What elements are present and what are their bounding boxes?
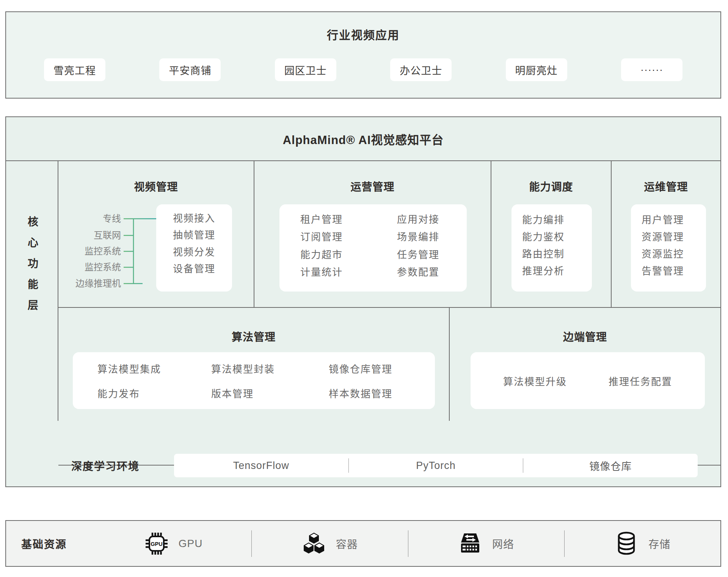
function-item: 版本管理 [211,386,254,400]
om-functions-card: 用户管理 资源管理 资源监控 告警管理 [631,204,706,292]
resource-label: GPU [179,538,203,550]
architecture-diagram: 行业视频应用 雪亮工程 平安商铺 园区卫士 办公卫士 明厨亮灶 ······ A… [0,0,728,577]
function-item: 推理任务配置 [609,374,672,388]
section-edge-management: 边端管理 算法模型升级 推理任务配置 [449,308,720,421]
section-operations-management: 运营管理 租户管理 应用对接 订阅管理 场景编排 能力超市 任务管理 计量统计 … [254,161,491,307]
resource-label: 存储 [648,536,670,551]
function-item: 能力发布 [97,386,140,400]
function-item: 租户管理 [300,212,343,226]
base-resources-panel: 基础资源 GPU GPU [5,520,721,567]
core-content: 视频管理 [58,161,720,421]
section-title: 算法管理 [58,329,449,344]
dl-env-item: 镜像仓库 [523,458,698,473]
industry-app-card: 平安商铺 [159,58,221,81]
function-item: 用户管理 [642,212,706,226]
function-item: 参数配置 [397,264,439,278]
resource-label: 容器 [336,536,358,551]
platform-title: AlphaMind® AI视觉感知平台 [6,117,720,160]
industry-app-card-more: ······ [621,58,682,81]
function-item: 算法模型封装 [211,361,275,375]
algorithm-functions-card: 算法模型集成 算法模型封装 镜像仓库管理 能力发布 版本管理 样本数据管理 [73,352,435,409]
container-cubes-icon [302,532,326,556]
core-layer-label: 核心功能层 [24,216,39,320]
dl-env-item: TensorFlow [174,460,348,472]
function-item: 应用对接 [397,212,439,226]
deep-learning-env-bar: TensorFlow PyTorch 镜像仓库 [174,454,698,477]
function-item: 告警管理 [642,263,706,277]
function-item: 设备管理 [173,261,215,275]
industry-app-card: 园区卫士 [275,58,336,81]
function-item: 能力超市 [300,247,343,261]
industry-app-card: 办公卫士 [390,58,452,81]
deep-learning-env-band: 深度学习环境 TensorFlow PyTorch 镜像仓库 [58,465,720,466]
core-row-1: 视频管理 [58,161,720,308]
video-source-label: 监控系统 [85,245,121,257]
section-capability-scheduling: 能力调度 能力编排 能力鉴权 路由控制 推理分析 [491,161,611,307]
section-title: 运营管理 [254,179,491,194]
core-row-2: 算法管理 算法模型集成 算法模型封装 镜像仓库管理 能力发布 版本管理 样本数据… [58,308,720,421]
industry-app-card: 明厨亮灶 [506,58,567,81]
function-item: 计量统计 [300,264,343,278]
function-item: 抽帧管理 [173,227,215,241]
core-function-layer: 核心功能层 视频管理 [6,160,720,421]
resource-network: 网络 [408,532,564,556]
video-source-label: 监控系统 [85,261,121,273]
function-item: 订阅管理 [300,229,343,243]
operations-functions-card: 租户管理 应用对接 订阅管理 场景编排 能力超市 任务管理 计量统计 参数配置 [279,204,467,292]
platform-panel: AlphaMind® AI视觉感知平台 核心功能层 视频管理 [5,116,721,487]
gpu-chip-icon: GPU [144,532,169,556]
resource-gpu: GPU GPU [96,532,251,556]
section-algorithm-management: 算法管理 算法模型集成 算法模型封装 镜像仓库管理 能力发布 版本管理 样本数据… [58,308,449,421]
storage-database-icon [614,532,639,556]
function-item: 推理分析 [522,263,592,277]
function-item: 算法模型集成 [97,361,161,375]
video-source-label: 边缘推理机 [75,278,121,290]
resource-container: 容器 [252,532,408,556]
industry-app-card: 雪亮工程 [44,58,105,81]
function-item: 场景编排 [397,229,439,243]
function-item: 资源管理 [642,229,706,243]
function-item: 算法模型升级 [503,374,567,388]
section-title: 能力调度 [491,179,611,194]
resource-label: 网络 [492,536,514,551]
function-item: 任务管理 [397,247,439,261]
core-layer-label-column: 核心功能层 [6,161,58,421]
section-video-management: 视频管理 [58,161,254,307]
industry-apps-panel: 行业视频应用 雪亮工程 平安商铺 园区卫士 办公卫士 明厨亮灶 ······ [5,11,721,99]
function-item: 样本数据管理 [329,386,392,400]
function-item: 视频分发 [173,244,215,258]
function-item: 资源监控 [642,246,706,260]
section-title: 边端管理 [450,329,720,344]
function-item: 能力编排 [522,212,592,226]
resource-storage: 存储 [565,532,720,556]
scheduling-functions-card: 能力编排 能力鉴权 路由控制 推理分析 [511,204,592,292]
function-item: 能力鉴权 [522,229,592,243]
video-source-label: 互联网 [94,229,121,241]
function-item: 视频接入 [173,210,215,224]
svg-text:GPU: GPU [151,541,162,547]
video-source-label: 专线 [103,213,121,225]
industry-apps-title: 行业视频应用 [6,12,720,42]
function-item: 镜像仓库管理 [329,361,392,375]
deep-learning-env-label: 深度学习环境 [71,458,161,473]
edge-functions-card: 算法模型升级 推理任务配置 [471,352,705,409]
section-om-management: 运维管理 用户管理 资源管理 资源监控 告警管理 [611,161,720,307]
function-item: 路由控制 [522,246,592,260]
dl-env-item: PyTorch [349,460,523,472]
base-resources-row: GPU GPU 容器 [96,521,720,566]
section-title: 运维管理 [612,179,720,194]
network-switch-icon [458,532,482,556]
industry-apps-row: 雪亮工程 平安商铺 园区卫士 办公卫士 明厨亮灶 ······ [44,58,682,81]
video-functions-card: 视频接入 抽帧管理 视频分发 设备管理 [156,204,232,292]
section-title: 视频管理 [58,179,254,194]
base-resources-label: 基础资源 [21,536,96,551]
